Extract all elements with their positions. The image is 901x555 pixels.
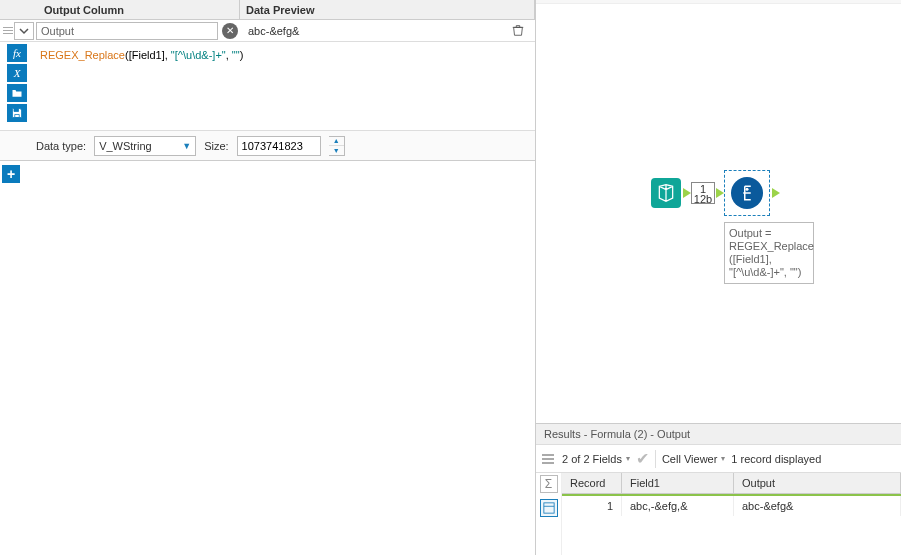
tool-annotation: Output = REGEX_Replace ([Field1], "[^\u\…	[724, 222, 814, 284]
clear-icon[interactable]: ✕	[222, 23, 238, 39]
size-input[interactable]	[237, 136, 321, 156]
table-tab-icon[interactable]	[540, 499, 558, 517]
table-row[interactable]: 1 abc,-&efg,& abc-&efg&	[562, 494, 901, 516]
datatype-row: Data type: V_WString▼ Size: ▲▼	[0, 131, 535, 161]
formula-area: fx X REGEX_Replace([Field1], "[^\u\d&-]+…	[0, 42, 535, 131]
fx-icon[interactable]: fx	[7, 44, 27, 62]
right-panel: 112b Output = REGEX_Replace ([Field1], "…	[536, 0, 901, 555]
add-field-button[interactable]: +	[2, 165, 20, 183]
field-row: ✕ abc-&efg&	[0, 20, 535, 42]
results-table: Record Field1 Output 1 abc,-&efg,& abc-&…	[562, 473, 901, 555]
collapse-toggle[interactable]	[14, 22, 34, 40]
input-tool-icon[interactable]	[651, 178, 681, 208]
size-label: Size:	[204, 140, 228, 152]
results-title: Results - Formula (2) - Output	[536, 424, 901, 445]
datatype-label: Data type:	[36, 140, 86, 152]
output-column-input[interactable]	[36, 22, 218, 40]
config-panel: Output Column Data Preview ✕ abc-&efg& f…	[0, 0, 536, 555]
delete-icon[interactable]	[511, 23, 529, 39]
record-count-badge: 112b	[691, 182, 715, 204]
datatype-select[interactable]: V_WString▼	[94, 136, 196, 156]
folder-icon[interactable]	[7, 84, 27, 102]
connector-icon	[772, 188, 780, 198]
cell-viewer-dropdown[interactable]: Cell Viewer▾	[662, 453, 725, 465]
records-displayed-label: 1 record displayed	[731, 453, 821, 465]
results-view-tabs: Σ	[536, 473, 562, 555]
connector-icon	[716, 188, 724, 198]
connector-icon	[683, 188, 691, 198]
formula-tool-icon	[731, 177, 763, 209]
size-spinner[interactable]: ▲▼	[329, 136, 345, 156]
x-var-icon[interactable]: X	[7, 64, 27, 82]
col-record[interactable]: Record	[562, 473, 622, 493]
col-field1[interactable]: Field1	[622, 473, 734, 493]
svg-point-0	[746, 188, 749, 191]
sigma-tab-icon[interactable]: Σ	[540, 475, 558, 493]
save-icon[interactable]	[7, 104, 27, 122]
fields-dropdown[interactable]: 2 of 2 Fields▾	[562, 453, 630, 465]
results-toolbar: 2 of 2 Fields▾ ✔ Cell Viewer▾ 1 record d…	[536, 445, 901, 473]
config-header: Output Column Data Preview	[0, 0, 535, 20]
results-panel: Results - Formula (2) - Output 2 of 2 Fi…	[536, 423, 901, 555]
drag-handle-icon[interactable]	[0, 27, 14, 34]
data-preview-value: abc-&efg&	[242, 25, 511, 37]
menu-icon[interactable]	[540, 454, 556, 464]
formula-sidebar: fx X	[0, 42, 34, 130]
header-output-column: Output Column	[38, 0, 240, 19]
formula-editor[interactable]: REGEX_Replace([Field1], "[^\u\d&-]+", ""…	[34, 42, 535, 130]
check-icon[interactable]: ✔	[636, 449, 649, 468]
col-output[interactable]: Output	[734, 473, 901, 493]
header-data-preview: Data Preview	[240, 0, 535, 19]
svg-rect-1	[543, 503, 553, 513]
formula-tool-selected[interactable]	[724, 170, 770, 216]
workflow-canvas[interactable]: 112b Output = REGEX_Replace ([Field1], "…	[536, 0, 901, 423]
